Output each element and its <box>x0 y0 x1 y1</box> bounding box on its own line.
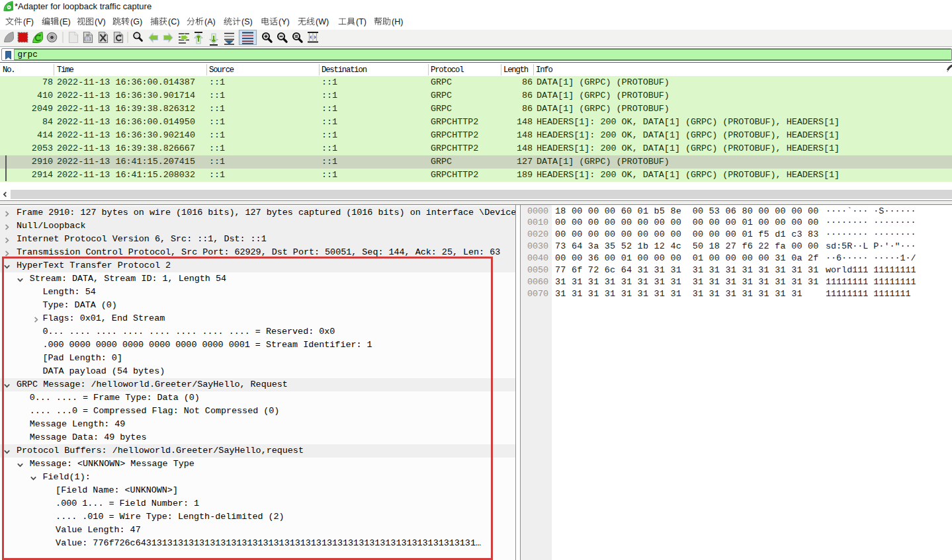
svg-text:010: 010 <box>85 37 91 41</box>
